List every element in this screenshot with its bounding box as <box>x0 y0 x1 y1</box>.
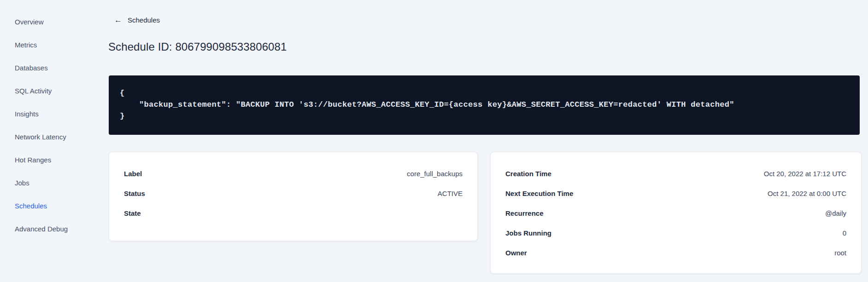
sidebar: Overview Metrics Databases SQL Activity … <box>0 0 109 282</box>
detail-row-owner: Owner root <box>505 243 846 263</box>
detail-value: Oct 21, 2022 at 0:00 UTC <box>768 190 846 197</box>
sidebar-item-databases[interactable]: Databases <box>15 57 68 80</box>
detail-row-recurrence: Recurrence @daily <box>505 203 846 223</box>
back-link-label: Schedules <box>128 16 160 24</box>
detail-label: Label <box>124 170 142 178</box>
detail-row-jobs-running: Jobs Running 0 <box>505 223 846 243</box>
sidebar-item-overview[interactable]: Overview <box>15 11 68 34</box>
sidebar-nav: Overview Metrics Databases SQL Activity … <box>15 11 68 241</box>
sidebar-item-network-latency[interactable]: Network Latency <box>15 126 68 149</box>
detail-label: Status <box>124 190 145 197</box>
back-arrow-icon: ← <box>114 16 122 24</box>
detail-value: root <box>834 249 846 257</box>
detail-row-state: State <box>124 203 463 223</box>
detail-value: @daily <box>825 209 846 217</box>
detail-label: Owner <box>505 249 527 257</box>
detail-value: 0 <box>843 229 846 237</box>
schedule-detail-page: Overview Metrics Databases SQL Activity … <box>0 0 868 282</box>
detail-row-creation-time: Creation Time Oct 20, 2022 at 17:12 UTC <box>505 164 846 184</box>
back-to-schedules-link[interactable]: ← Schedules <box>114 16 160 24</box>
sidebar-item-insights[interactable]: Insights <box>15 103 68 126</box>
backup-statement-code-block: { "backup_statement": "BACKUP INTO 's3:/… <box>109 75 860 135</box>
detail-label: Creation Time <box>505 170 551 178</box>
detail-row-next-execution-time: Next Execution Time Oct 21, 2022 at 0:00… <box>505 184 846 203</box>
schedule-summary-card: Label core_full_backups Status ACTIVE St… <box>109 152 478 241</box>
detail-value: Oct 20, 2022 at 17:12 UTC <box>764 170 846 178</box>
detail-row-status: Status ACTIVE <box>124 184 463 203</box>
code-line: { <box>120 87 849 99</box>
sidebar-item-hot-ranges[interactable]: Hot Ranges <box>15 149 68 172</box>
main-content: ← Schedules Schedule ID: 806799098533806… <box>108 0 862 282</box>
detail-label: Next Execution Time <box>505 190 573 197</box>
sidebar-item-jobs[interactable]: Jobs <box>15 172 68 195</box>
detail-label: Jobs Running <box>505 229 551 237</box>
detail-label: Recurrence <box>505 209 544 217</box>
detail-label: State <box>124 209 141 217</box>
sidebar-item-advanced-debug[interactable]: Advanced Debug <box>15 218 68 241</box>
sidebar-item-metrics[interactable]: Metrics <box>15 34 68 57</box>
code-line: "backup_statement": "BACKUP INTO 's3://b… <box>120 99 849 110</box>
detail-value: ACTIVE <box>438 190 463 197</box>
detail-value: core_full_backups <box>407 170 463 178</box>
sidebar-item-schedules[interactable]: Schedules <box>15 195 68 218</box>
sidebar-item-sql-activity[interactable]: SQL Activity <box>15 80 68 103</box>
detail-row-label: Label core_full_backups <box>124 164 463 184</box>
page-title: Schedule ID: 806799098533806081 <box>108 40 287 53</box>
code-line: } <box>120 110 849 122</box>
schedule-timing-card: Creation Time Oct 20, 2022 at 17:12 UTC … <box>490 152 862 274</box>
